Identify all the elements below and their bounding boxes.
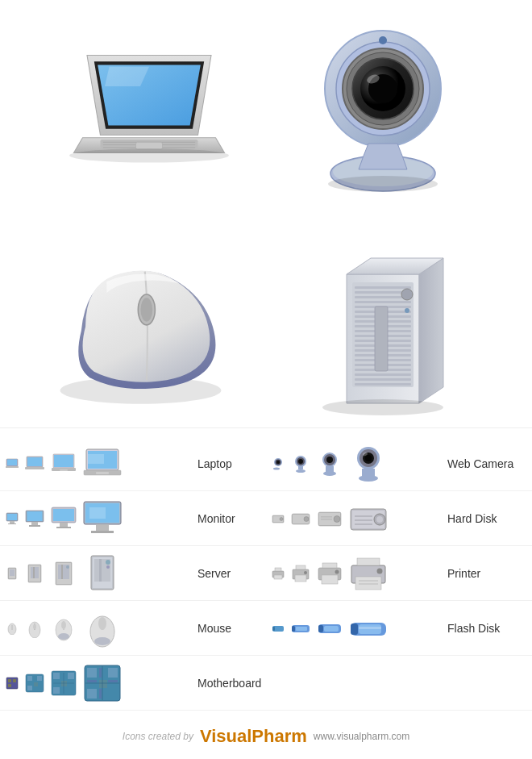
motherboard-label: Motherboard	[193, 677, 266, 690]
mouse-icon-sizes	[4, 607, 193, 649]
motherboard-icon-16[interactable]	[4, 675, 20, 691]
motherboard-icon-sizes	[4, 662, 193, 704]
svg-rect-94	[56, 527, 71, 528]
motherboard-icon-24[interactable]	[23, 672, 46, 694]
svg-point-134	[106, 560, 110, 565]
svg-rect-54	[54, 455, 73, 467]
flashdisk-icon-sizes	[270, 607, 443, 649]
svg-rect-138	[274, 575, 282, 579]
svg-point-17	[328, 176, 438, 192]
hero-mouse-icon	[44, 230, 254, 423]
svg-rect-85	[10, 521, 15, 523]
svg-rect-172	[318, 625, 323, 632]
monitor-icon-48[interactable]	[81, 498, 123, 540]
svg-rect-88	[27, 511, 43, 521]
icon-row-server: Server	[0, 553, 266, 594]
svg-rect-170	[296, 627, 307, 631]
flashdisk-icon-32[interactable]	[315, 614, 344, 643]
svg-rect-141	[295, 575, 306, 582]
harddisk-icon-48[interactable]	[347, 498, 389, 540]
webcam-icon-48[interactable]	[347, 443, 389, 485]
svg-point-146	[335, 569, 339, 573]
laptop-icon-32[interactable]	[49, 449, 78, 478]
svg-rect-195	[87, 668, 97, 678]
icon-row-laptop: Laptop	[0, 443, 266, 485]
icon-row-flashdisk: Flash Disk	[266, 607, 532, 649]
server-icon-24[interactable]	[23, 562, 46, 585]
svg-rect-110	[321, 519, 332, 520]
icon-grid: Laptop	[0, 427, 532, 719]
hero-webcam-icon	[278, 16, 488, 210]
mouse-icon-24[interactable]	[23, 617, 46, 640]
svg-rect-48	[7, 459, 17, 465]
footer-brand: VisualPharm	[200, 726, 307, 747]
svg-rect-202	[99, 689, 102, 699]
icon-row-motherboard: Motherboard	[0, 662, 266, 704]
svg-rect-175	[351, 623, 358, 635]
svg-rect-124	[33, 567, 35, 578]
mouse-icon-48[interactable]	[81, 607, 123, 649]
flashdisk-icon-24[interactable]	[289, 617, 312, 640]
flashdisk-icon-16[interactable]	[270, 620, 286, 636]
svg-rect-116	[355, 519, 372, 521]
laptop-icon-48[interactable]	[81, 443, 123, 485]
hero-row-2	[0, 226, 532, 427]
laptop-icon-16[interactable]	[4, 456, 20, 472]
icon-row-monitor-harddisk: Monitor	[0, 491, 532, 546]
server-icon-48[interactable]	[81, 553, 123, 594]
server-icon-16[interactable]	[4, 565, 20, 582]
laptop-label: Laptop	[193, 457, 266, 470]
svg-rect-179	[8, 679, 11, 682]
svg-point-157	[33, 624, 36, 629]
webcam-label: Web Camera	[443, 457, 532, 470]
monitor-icon-sizes	[4, 498, 193, 540]
footer-url: www.visualpharm.com	[314, 731, 409, 742]
svg-rect-93	[60, 523, 68, 527]
webcam-icon-16[interactable]	[270, 456, 286, 472]
laptop-icon-24[interactable]	[23, 452, 46, 475]
monitor-icon-16[interactable]	[4, 511, 20, 527]
svg-rect-40	[355, 373, 411, 376]
webcam-icon-32[interactable]	[315, 449, 344, 478]
motherboard-icon-48[interactable]	[81, 662, 123, 704]
svg-rect-189	[68, 673, 74, 679]
mouse-icon-32[interactable]	[49, 614, 78, 643]
motherboard-icon-32[interactable]	[49, 669, 78, 698]
svg-rect-75	[326, 466, 334, 472]
harddisk-icon-sizes	[270, 498, 443, 540]
svg-rect-22	[355, 286, 411, 289]
svg-rect-173	[324, 626, 339, 632]
svg-rect-86	[8, 523, 16, 524]
svg-point-135	[106, 565, 110, 569]
harddisk-icon-24[interactable]	[289, 507, 312, 530]
flashdisk-icon-48[interactable]	[347, 607, 389, 649]
printer-icon-32[interactable]	[315, 559, 344, 588]
svg-rect-169	[292, 626, 295, 632]
icon-row-mouse-flashdisk: Mouse	[0, 601, 532, 656]
printer-icon-48[interactable]	[347, 553, 389, 594]
svg-rect-185	[27, 686, 32, 690]
svg-point-69	[296, 469, 305, 473]
icon-row-webcam: Web Camera	[266, 443, 532, 485]
svg-rect-92	[53, 509, 74, 521]
server-icon-32[interactable]	[49, 559, 78, 588]
svg-point-65	[273, 467, 280, 469]
monitor-icon-32[interactable]	[49, 504, 78, 533]
icon-row-server-printer: Server	[0, 546, 532, 601]
printer-icon-24[interactable]	[289, 562, 312, 585]
svg-rect-120	[10, 569, 15, 576]
harddisk-icon-16[interactable]	[270, 511, 286, 527]
svg-rect-117	[355, 523, 372, 525]
svg-rect-151	[359, 580, 378, 582]
mouse-icon-16[interactable]	[4, 620, 20, 636]
harddisk-icon-32[interactable]	[315, 504, 344, 533]
footer: Icons created by VisualPharm www.visualp…	[0, 726, 532, 747]
printer-icon-16[interactable]	[270, 565, 286, 582]
monitor-icon-24[interactable]	[23, 507, 46, 530]
svg-point-5	[69, 148, 229, 163]
svg-rect-52	[25, 467, 44, 469]
svg-point-45	[405, 308, 409, 313]
webcam-icon-24[interactable]	[289, 452, 312, 475]
svg-rect-201	[99, 668, 102, 678]
svg-point-44	[401, 289, 413, 300]
